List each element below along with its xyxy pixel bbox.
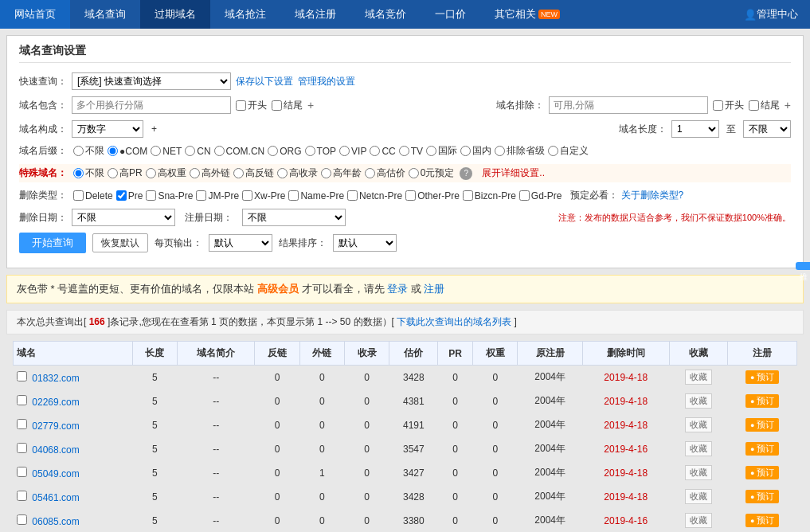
domain-link[interactable]: 01832.com (32, 373, 79, 384)
download-list-link[interactable]: 下载此次查询出的域名列表 (397, 316, 511, 327)
suffix-vip[interactable]: VIP (339, 146, 366, 157)
suffix-comcn[interactable]: COM.CN (214, 146, 265, 157)
delete-pre[interactable]: Pre (116, 190, 143, 201)
special-preorder[interactable]: 0元预定 (409, 166, 455, 180)
nav-fixed-price[interactable]: 一口价 (421, 0, 480, 29)
special-highpr[interactable]: 高PR (108, 166, 143, 180)
cell-backlinks: 0 (255, 366, 299, 389)
delete-xw-pre[interactable]: Xw-Pre (242, 190, 285, 201)
order-button[interactable]: 预订 (745, 514, 779, 527)
delete-netcn-pre[interactable]: Netcn-Pre (347, 190, 402, 201)
collect-button[interactable]: 收藏 (685, 465, 712, 480)
suffix-intl[interactable]: 国际 (426, 144, 457, 158)
domain-link[interactable]: 05461.com (32, 492, 79, 503)
expand-settings-link[interactable]: 展开详细设置.. (482, 166, 545, 180)
delete-sna-pre[interactable]: Sna-Pre (146, 190, 193, 201)
special-highback[interactable]: 高反链 (233, 166, 274, 180)
delete-other-pre[interactable]: Other-Pre (405, 190, 460, 201)
order-button[interactable]: 预订 (745, 370, 779, 384)
row-checkbox[interactable] (17, 371, 27, 381)
nav-register[interactable]: 域名注册 (280, 0, 350, 29)
domain-link[interactable]: 02779.com (32, 421, 79, 432)
include-head-checkbox[interactable]: 开头 (236, 99, 267, 112)
register-link[interactable]: 注册 (424, 283, 444, 295)
row-checkbox[interactable] (17, 443, 27, 453)
collect-button[interactable]: 收藏 (685, 370, 712, 385)
reg-date-select[interactable]: 不限 (242, 209, 346, 226)
suffix-net[interactable]: NET (151, 146, 182, 157)
suffix-unlimited[interactable]: 不限 (73, 144, 104, 158)
collect-button[interactable]: 收藏 (685, 441, 712, 456)
help-icon[interactable]: ? (460, 167, 472, 180)
suffix-cc[interactable]: CC (370, 146, 395, 157)
collect-button[interactable]: 收藏 (685, 513, 712, 528)
manage-settings-link[interactable]: 管理我的设置 (298, 75, 355, 88)
row-checkbox[interactable] (17, 514, 27, 525)
nav-admin-center[interactable]: 👤 管理中心 (732, 0, 810, 29)
exclude-input[interactable] (549, 96, 708, 114)
save-settings-link[interactable]: 保存以下设置 (236, 75, 293, 88)
delete-date-select[interactable]: 不限 (72, 209, 175, 226)
exclude-tail-checkbox[interactable]: 结尾 (749, 99, 780, 112)
domain-link[interactable]: 05049.com (32, 468, 79, 479)
nav-other[interactable]: 其它相关 NEW (480, 0, 574, 29)
start-query-button[interactable]: 开始查询 (19, 233, 86, 253)
include-input[interactable] (72, 96, 231, 114)
exclude-plus-btn[interactable]: + (785, 99, 791, 111)
delete-gd-pre[interactable]: Gd-Pre (519, 190, 562, 201)
delete-type-row: 删除类型： Delete Pre Sna-Pre JM-Pre Xw-Pre N… (19, 189, 791, 202)
reset-button[interactable]: 恢复默认 (92, 233, 148, 252)
order-button[interactable]: 预订 (745, 418, 779, 432)
include-plus-btn[interactable]: + (307, 99, 314, 111)
cell-backlinks: 0 (255, 389, 299, 413)
collect-button[interactable]: 收藏 (685, 489, 712, 504)
collect-button[interactable]: 收藏 (685, 393, 712, 409)
length-from-select[interactable]: 12345 (671, 120, 719, 138)
per-page-select[interactable]: 默认2050100 (209, 234, 272, 252)
order-button[interactable]: 预订 (745, 394, 779, 408)
delete-jm-pre[interactable]: JM-Pre (196, 190, 239, 201)
row-checkbox[interactable] (17, 395, 27, 405)
include-tail-checkbox[interactable]: 结尾 (272, 99, 303, 112)
suffix-custom[interactable]: 自定义 (548, 144, 589, 158)
length-to-select[interactable]: 不限23456 (743, 120, 791, 138)
special-unlimited[interactable]: 不限 (73, 166, 104, 180)
nav-query[interactable]: 域名查询 (70, 0, 140, 29)
login-link[interactable]: 登录 (387, 283, 408, 295)
nav-snatch[interactable]: 域名抢注 (210, 0, 280, 29)
delete-name-pre[interactable]: Name-Pre (288, 190, 344, 201)
nav-expired[interactable]: 过期域名 (140, 0, 210, 29)
order-button[interactable]: 预订 (745, 466, 779, 479)
sort-select[interactable]: 默认 (333, 234, 397, 252)
row-checkbox[interactable] (17, 419, 27, 429)
domain-link[interactable]: 04068.com (32, 444, 79, 456)
nav-auction[interactable]: 域名竞价 (350, 0, 421, 29)
row-checkbox[interactable] (17, 491, 27, 501)
exclude-head-checkbox[interactable]: 开头 (713, 99, 744, 112)
compose-select[interactable]: 万数字 (72, 120, 143, 138)
suffix-top[interactable]: TOP (305, 146, 336, 157)
delete-delete[interactable]: Delete (73, 190, 113, 201)
row-checkbox[interactable] (17, 467, 27, 477)
quick-query-select[interactable]: [系统] 快速查询选择 (72, 72, 231, 90)
cell-domain: 02779.com (14, 413, 133, 437)
order-button[interactable]: 预订 (745, 442, 779, 456)
suffix-com[interactable]: ●COM (108, 146, 147, 157)
special-highvalue[interactable]: 高估价 (365, 166, 405, 180)
order-button[interactable]: 预订 (745, 490, 779, 503)
nav-home[interactable]: 网站首页 (0, 0, 70, 29)
domain-link[interactable]: 06085.com (32, 516, 79, 527)
suffix-tv[interactable]: TV (399, 146, 423, 157)
collect-button[interactable]: 收藏 (685, 417, 712, 432)
special-highindex[interactable]: 高收录 (277, 166, 318, 180)
special-highout[interactable]: 高外链 (190, 166, 230, 180)
special-highweight[interactable]: 高权重 (146, 166, 186, 180)
suffix-domestic[interactable]: 国内 (460, 144, 491, 158)
delete-type-help-link[interactable]: 关于删除类型? (621, 189, 684, 202)
suffix-org[interactable]: ORG (268, 146, 301, 157)
domain-link[interactable]: 02269.com (32, 397, 79, 408)
special-highage[interactable]: 高年龄 (321, 166, 362, 180)
suffix-excl-prov[interactable]: 排除省级 (495, 144, 545, 158)
suffix-cn[interactable]: CN (185, 146, 210, 157)
delete-bizcn-pre[interactable]: Bizcn-Pre (463, 190, 516, 201)
